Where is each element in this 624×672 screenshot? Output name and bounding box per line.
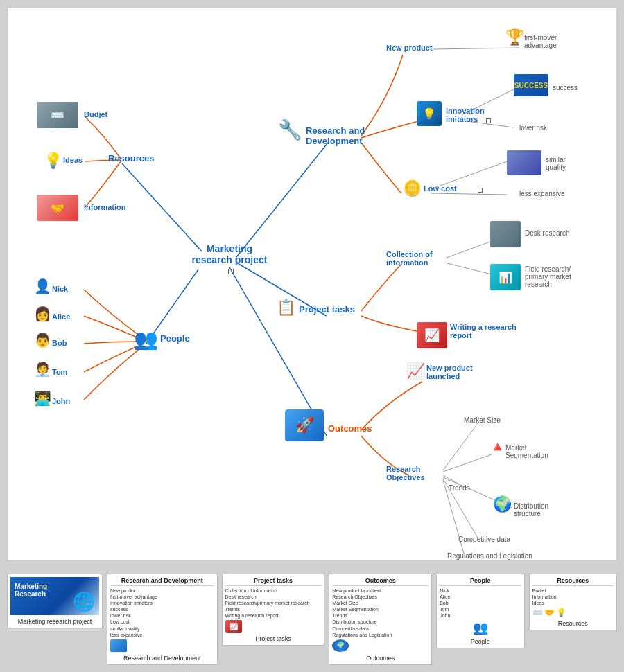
thumb-label-out: Outcomes [332,655,428,662]
field-research-label: Field research/primary marketresearch [525,265,571,288]
thumb-title-ppl: People [440,577,521,586]
thumb-label-pt: Project tasks [225,635,322,642]
similar-quality-img [507,150,541,175]
budjet-img: ⌨️ [37,102,78,128]
svg-line-13 [443,454,492,472]
thumbnail-strip: MarketingResearch 🌐 Marketing research p… [0,568,624,671]
svg-line-9 [431,193,507,195]
market-seg-icon: 🔺 [489,439,506,455]
thumb-card-main[interactable]: MarketingResearch 🌐 Marketing research p… [7,574,103,628]
thumb-content-out: New product launchedResearch ObjectivesM… [332,587,428,638]
field-research-img: 📊 [490,264,521,290]
trends-label: Trends [449,484,470,492]
thumb-content-pt: Collection of informationDesk researchFi… [225,587,322,619]
less-expansive-label: less expansive [519,190,565,197]
thumb-content-rad: New productfirst-mover advantageInnovati… [110,587,214,638]
new-product-launched-label: New productlaunched [426,364,473,380]
research-dev-icon: 🔧 [278,118,302,141]
john-label: John [52,397,70,405]
thumb-title-res: Resources [532,577,614,586]
lover-risk-label: lover risk [519,124,547,132]
ideas-label: Ideas [63,156,83,164]
project-tasks-icon: 📋 [277,299,295,317]
writing-report-label: Writing a researchreport [450,323,517,339]
research-objectives-label: ResearchObjectives [386,465,425,481]
people-icon: 👥 [134,328,158,351]
market-seg-label: MarketSegmentation [505,444,548,459]
research-dev-label: Research andDevelopment [306,125,365,146]
bob-icon: 👨 [34,332,51,348]
budjet-label: Budjet [84,110,107,118]
new-product-launched-icon: 📈 [406,362,425,380]
thumb-card-out[interactable]: Outcomes New product launchedResearch Ob… [329,574,432,665]
globe-icon: 🌍 [493,495,512,513]
john-icon: 👨‍💻 [34,390,51,407]
first-mover-label: first-moveradvantage [524,34,557,49]
alice-label: Alice [52,312,70,321]
thumb-label-rad: Research and Development [110,655,214,662]
desk-research-img [490,221,521,247]
tom-icon: 🧑‍💼 [34,361,51,378]
new-product-label: New product [386,44,433,52]
thumb-content-ppl: NickAliceBobTomJohn [440,587,521,619]
information-img: 🤝 [37,195,78,221]
bob-label: Bob [52,339,67,347]
svg-line-4 [122,163,202,251]
thumb-card-res[interactable]: Resources BudjetInformationIdeas ⌨️ 🤝 💡 … [529,574,617,630]
thumb-label-main: Marketing research project [10,618,99,625]
information-label: Information [84,203,126,211]
center-node[interactable]: Marketing research project [188,243,271,276]
thumb-title-pt: Project tasks [225,577,322,586]
similar-quality-label: similarquality [546,156,566,171]
success-label: success [553,84,578,91]
regulations-label: Regulations and Legislation [447,552,532,560]
nick-label: Nick [52,285,68,293]
thumb-card-pt[interactable]: Project tasks Collection of informationD… [222,574,325,646]
svg-line-0 [236,143,328,257]
main-canvas: Marketing research project 🔧 Research an… [7,7,617,561]
low-cost-icon: 🪙 [403,179,422,197]
svg-line-12 [443,423,478,470]
thumb-label-res: Resources [532,620,614,627]
outcomes-icon: 🚀 [285,409,324,441]
innovation-label: Innovationimitators [446,107,485,123]
resources-label: Resources [108,153,154,163]
outcomes-label: Outcomes [328,423,372,434]
thumb-label-ppl: People [440,638,521,645]
distribution-label: Distributionstructure [514,502,548,518]
alice-icon: 👩 [34,306,51,322]
low-cost-label: Low cost [424,184,457,193]
competitive-label: Competitive data [458,536,510,543]
thumb-title-out: Outcomes [332,577,428,586]
ideas-icon: 💡 [44,152,62,170]
thumb-content-res: BudjetInformationIdeas [532,587,614,606]
market-size-label: Market Size [464,416,501,424]
thumb-title-rad: Research and Development [110,577,214,586]
nick-icon: 👤 [34,278,51,294]
innovation-icon: 💡 [417,101,442,126]
trophy-icon: 🏆 [505,28,524,46]
tom-label: Tom [52,368,67,376]
report-chart-img: 📈 [417,322,447,348]
svg-line-5 [433,48,519,49]
indicator-box1 [486,118,491,123]
indicator-box2 [478,188,483,193]
people-label: People [160,333,190,344]
collection-label: Collection ofinformation [386,250,433,267]
project-tasks-label: Project tasks [299,304,355,315]
thumb-card-rad[interactable]: Research and Development New productfirs… [107,574,217,665]
success-icon: SUCCESS [514,74,548,96]
thumb-card-ppl[interactable]: People NickAliceBobTomJohn 👥 People [436,574,524,648]
desk-research-label: Desk research [525,229,569,237]
